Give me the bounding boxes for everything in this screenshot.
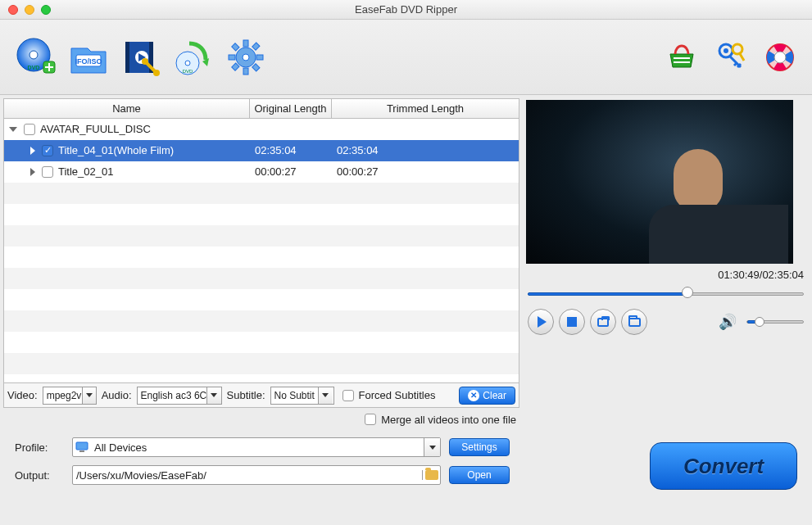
- svg-rect-21: [232, 43, 239, 50]
- disc-name: AVATAR_FUULL_DISC: [40, 123, 151, 135]
- original-length: 00:00:27: [250, 161, 332, 182]
- volume-icon[interactable]: 🔊: [719, 313, 737, 331]
- track-options: Video: mpeg2v Audio: English ac3 6C Subt…: [3, 383, 519, 408]
- edit-video-button[interactable]: [120, 36, 162, 79]
- svg-point-1: [29, 51, 38, 59]
- forced-subtitles-checkbox[interactable]: [342, 390, 354, 401]
- clear-button[interactable]: ✕ Clear: [459, 387, 515, 405]
- svg-point-31: [774, 52, 786, 63]
- audio-select[interactable]: English ac3 6C: [137, 387, 222, 405]
- trimmed-length: 00:00:27: [332, 161, 519, 182]
- video-label: Video:: [7, 389, 38, 401]
- shop-button[interactable]: [665, 40, 699, 75]
- checkbox[interactable]: [24, 124, 35, 135]
- expand-icon[interactable]: [30, 168, 35, 176]
- open-folder-button[interactable]: [621, 309, 647, 335]
- svg-point-10: [142, 58, 148, 65]
- col-header-trimmed[interactable]: Trimmed Length: [332, 99, 519, 119]
- play-button[interactable]: [528, 309, 554, 335]
- table-row[interactable]: Title_02_01 00:00:27 00:00:27: [4, 161, 519, 183]
- folder-icon: [628, 318, 641, 327]
- settings-button[interactable]: [225, 36, 267, 79]
- profile-label: Profile:: [15, 441, 64, 454]
- svg-point-16: [243, 54, 249, 61]
- svg-text:DVD: DVD: [28, 65, 40, 70]
- svg-rect-24: [232, 63, 239, 70]
- audio-label: Audio:: [102, 389, 132, 401]
- svg-point-11: [153, 70, 160, 76]
- table-row[interactable]: Title_04_01(Whole Film) 02:35:04 02:35:0…: [4, 140, 519, 161]
- seek-slider[interactable]: [528, 289, 804, 297]
- title-table: Name Original Length Trimmed Length AVAT…: [3, 98, 519, 383]
- checkbox[interactable]: [42, 145, 53, 156]
- checkbox[interactable]: [42, 166, 53, 178]
- original-length: 02:35:04: [250, 140, 332, 161]
- svg-rect-18: [243, 68, 248, 75]
- svg-rect-20: [256, 55, 263, 60]
- svg-rect-33: [79, 450, 84, 452]
- svg-point-28: [724, 48, 728, 53]
- svg-text:DVD: DVD: [183, 69, 193, 74]
- svg-point-29: [733, 44, 742, 54]
- chevron-down-icon: [82, 387, 96, 404]
- chevron-down-icon: [206, 387, 220, 404]
- main-toolbar: DVD IFO/ISO: [0, 20, 812, 95]
- volume-slider[interactable]: [746, 320, 804, 324]
- expand-icon[interactable]: [30, 147, 35, 155]
- open-output-button[interactable]: Open: [449, 466, 510, 484]
- folder-icon: [422, 470, 440, 480]
- svg-rect-7: [125, 42, 129, 73]
- forced-subtitles-label: Forced Subtitles: [359, 389, 436, 401]
- merge-label: Merge all videos into one file: [381, 414, 516, 426]
- svg-text:IFO/ISO: IFO/ISO: [75, 57, 102, 66]
- svg-point-13: [185, 61, 190, 66]
- chevron-down-icon: [318, 387, 333, 404]
- camera-icon: [597, 318, 609, 327]
- subtitle-select[interactable]: No Subtit: [270, 387, 334, 405]
- device-icon: [73, 441, 91, 453]
- stop-button[interactable]: [559, 309, 585, 335]
- help-button[interactable]: [763, 40, 797, 75]
- video-select[interactable]: mpeg2v: [43, 387, 97, 405]
- play-icon: [538, 316, 547, 328]
- svg-rect-22: [252, 63, 260, 70]
- subtitle-label: Subtitle:: [227, 389, 265, 401]
- window-title: EaseFab DVD Ripper: [0, 3, 812, 16]
- expand-icon[interactable]: [9, 127, 17, 132]
- title-name: Title_04_01(Whole Film): [58, 144, 174, 156]
- add-dvd-button[interactable]: DVD: [15, 36, 57, 79]
- profile-select[interactable]: All Devices: [72, 437, 441, 457]
- preview-time: 01:30:49/02:35:04: [526, 264, 805, 286]
- titlebar: EaseFab DVD Ripper: [0, 0, 812, 20]
- svg-rect-26: [674, 61, 690, 63]
- svg-rect-23: [252, 43, 260, 50]
- chevron-down-icon: [424, 438, 440, 456]
- svg-rect-32: [76, 442, 88, 450]
- snapshot-button[interactable]: [590, 309, 616, 335]
- trimmed-length: 02:35:04: [332, 140, 519, 161]
- col-header-name[interactable]: Name: [4, 99, 250, 119]
- ifo-iso-button[interactable]: IFO/ISO: [67, 36, 110, 79]
- stop-icon: [567, 317, 577, 327]
- register-button[interactable]: [714, 40, 748, 75]
- preview-image: [526, 100, 793, 264]
- convert-button[interactable]: DVD: [172, 36, 215, 79]
- svg-rect-19: [229, 55, 235, 60]
- svg-rect-25: [674, 57, 690, 59]
- clear-icon: ✕: [468, 390, 479, 401]
- output-path-field[interactable]: /Users/xu/Movies/EaseFab/: [72, 465, 441, 485]
- col-header-original[interactable]: Original Length: [250, 99, 332, 119]
- profile-settings-button[interactable]: Settings: [449, 438, 510, 456]
- title-name: Title_02_01: [58, 165, 113, 178]
- merge-checkbox[interactable]: [365, 414, 376, 425]
- svg-rect-17: [243, 40, 248, 47]
- output-label: Output:: [15, 469, 64, 482]
- convert-button[interactable]: Convert: [650, 442, 797, 490]
- table-row[interactable]: AVATAR_FUULL_DISC: [4, 119, 519, 140]
